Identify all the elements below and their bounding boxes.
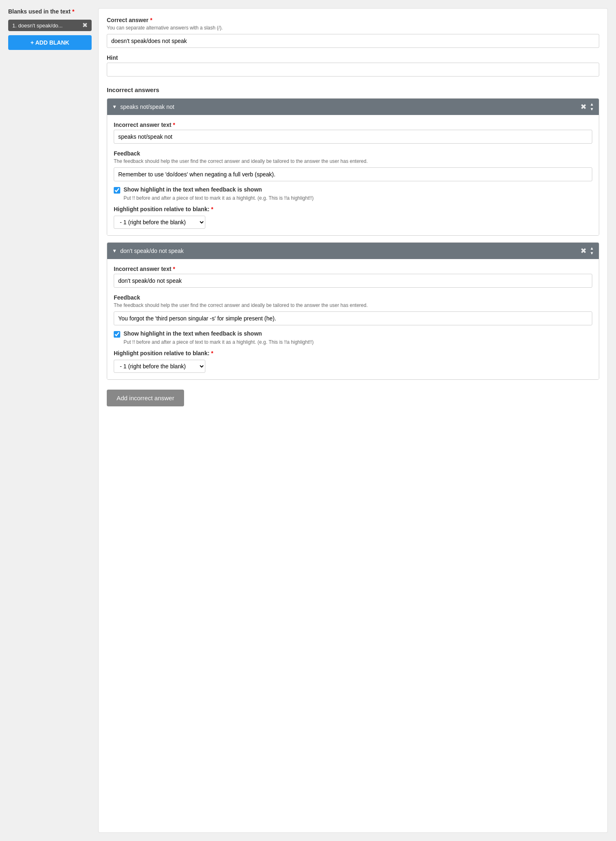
show-highlight-2-checkbox[interactable] (114, 331, 120, 338)
highlight-position-1-row: Highlight position relative to blank: * (114, 206, 592, 212)
incorrect-block-2: ▼ don't speak/do not speak ✖ ▲ ▼ Incorre… (107, 242, 599, 380)
feedback-1-label: Feedback (114, 150, 592, 157)
blanks-title: Blanks used in the text * (8, 8, 92, 15)
incorrect-block-1-body: Incorrect answer text * Feedback The fee… (107, 115, 599, 235)
incorrect-block-2-header[interactable]: ▼ don't speak/do not speak ✖ ▲ ▼ (107, 243, 599, 259)
highlight-position-2-label: Highlight position relative to blank: * (114, 350, 213, 356)
highlight-position-2-row: Highlight position relative to blank: * (114, 350, 592, 356)
blank-tag-close-icon[interactable]: ✖ (82, 22, 88, 29)
incorrect-block-2-title: don't speak/do not speak (120, 248, 580, 254)
incorrect-answers-title: Incorrect answers (107, 86, 599, 93)
show-highlight-1-checkbox[interactable] (114, 187, 120, 194)
add-blank-button[interactable]: + ADD BLANK (8, 35, 92, 50)
feedback-2-label: Feedback (114, 294, 592, 301)
incorrect-block-1-close-icon[interactable]: ✖ (580, 102, 587, 111)
incorrect-block-1-header[interactable]: ▼ speaks not/speak not ✖ ▲ ▼ (107, 99, 599, 115)
show-highlight-2-hint: Put !! before and after a piece of text … (124, 339, 592, 345)
blank-tag-label: 1. doesn't speak/do... (12, 23, 80, 29)
correct-answer-input[interactable] (107, 34, 599, 48)
highlight-position-1-label: Highlight position relative to blank: * (114, 206, 213, 212)
hint-input[interactable] (107, 63, 599, 77)
incorrect-block-1-arrows[interactable]: ▲ ▼ (590, 102, 594, 112)
show-highlight-1-row: Show highlight in the text when feedback… (114, 186, 592, 194)
collapse-icon-2: ▼ (112, 248, 117, 254)
show-highlight-2-row: Show highlight in the text when feedback… (114, 330, 592, 338)
show-highlight-2-label: Show highlight in the text when feedback… (124, 330, 262, 337)
right-panel: Correct answer * You can separate altern… (98, 8, 608, 833)
feedback-1-input[interactable] (114, 167, 592, 181)
incorrect-block-1-title: speaks not/speak not (120, 104, 580, 110)
blanks-title-text: Blanks used in the text (8, 8, 70, 15)
feedback-1-hint: The feedback should help the user find t… (114, 158, 592, 164)
incorrect-block-1: ▼ speaks not/speak not ✖ ▲ ▼ Incorrect a… (107, 98, 599, 236)
add-incorrect-answer-button[interactable]: Add incorrect answer (107, 390, 184, 406)
show-highlight-1-label: Show highlight in the text when feedback… (124, 186, 262, 193)
incorrect-answer-1-label: Incorrect answer text * (114, 122, 592, 128)
incorrect-answer-2-input[interactable] (114, 274, 592, 288)
highlight-position-1-select[interactable]: - 1 (right before the blank) 0 (the blan… (114, 216, 205, 229)
incorrect-block-2-body: Incorrect answer text * Feedback The fee… (107, 259, 599, 379)
correct-answer-label: Correct answer * (107, 17, 599, 23)
incorrect-answer-2-label: Incorrect answer text * (114, 266, 592, 272)
feedback-2-input[interactable] (114, 311, 592, 325)
feedback-2-hint: The feedback should help the user find t… (114, 302, 592, 308)
incorrect-block-2-close-icon[interactable]: ✖ (580, 246, 587, 255)
correct-answer-hint: You can separate alternative answers wit… (107, 25, 599, 31)
hint-label: Hint (107, 54, 599, 61)
show-highlight-1-hint: Put !! before and after a piece of text … (124, 195, 592, 201)
collapse-icon-1: ▼ (112, 104, 117, 110)
blanks-required-star: * (72, 8, 74, 15)
blank-tag[interactable]: 1. doesn't speak/do... ✖ (8, 20, 92, 31)
left-panel: Blanks used in the text * 1. doesn't spe… (8, 8, 98, 833)
correct-answer-required-star: * (150, 17, 152, 23)
incorrect-block-2-arrows[interactable]: ▲ ▼ (590, 246, 594, 256)
highlight-position-2-select[interactable]: - 1 (right before the blank) 0 (the blan… (114, 360, 205, 373)
incorrect-answer-1-input[interactable] (114, 130, 592, 144)
